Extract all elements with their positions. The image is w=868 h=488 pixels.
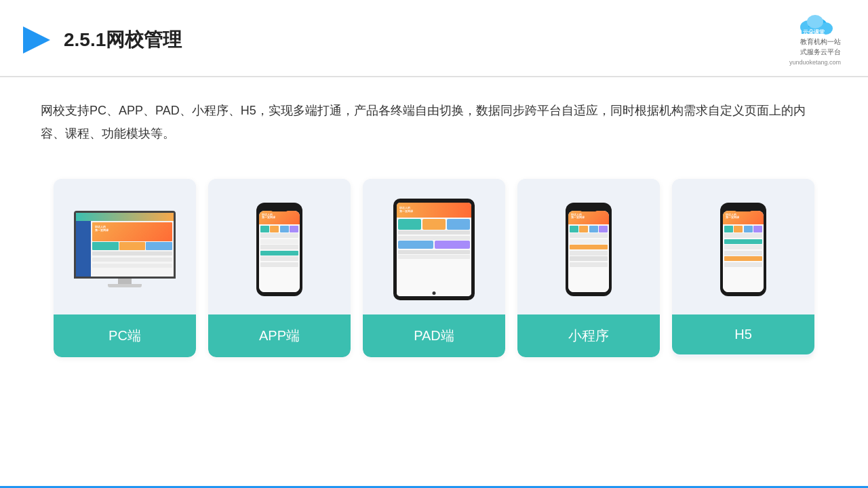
card-pad-label: PAD端 xyxy=(363,314,505,357)
card-h5-image: 职达人的第一堂网课 xyxy=(672,179,814,314)
card-app-label: APP端 xyxy=(208,314,351,357)
description: 网校支持PC、APP、PAD、小程序、H5，实现多端打通，产品各终端自由切换，数… xyxy=(0,77,868,159)
card-pad-image: 职达人的第一堂网课 xyxy=(363,179,505,314)
logo-url: yunduoketang.com xyxy=(789,59,841,66)
play-icon xyxy=(20,24,53,56)
cards-container: 职达人的第一堂网课 xyxy=(0,165,868,371)
card-app-image: 职达人的第一堂网课 xyxy=(208,179,351,314)
logo-icon: 云朵课堂 xyxy=(795,12,835,37)
pad-mockup: 职达人的第一堂网课 xyxy=(393,199,475,300)
card-h5-label: H5 xyxy=(672,314,814,354)
app-mockup: 职达人的第一堂网课 xyxy=(256,203,302,296)
card-pc-label: PC端 xyxy=(54,314,196,357)
logo-area: 云朵课堂 教育机构一站 式服务云平台 yunduoketang.com xyxy=(789,12,841,68)
card-pad: 职达人的第一堂网课 xyxy=(363,179,505,357)
card-app: 职达人的第一堂网课 xyxy=(208,179,351,357)
card-pc: 职达人的第一堂网课 xyxy=(54,179,196,357)
page-title: 2.5.1网校管理 xyxy=(64,27,182,53)
card-h5: 职达人的第一堂网课 xyxy=(672,179,814,357)
logo-subtitle: 教育机构一站 式服务云平台 yunduoketang.com xyxy=(789,37,841,68)
description-text: 网校支持PC、APP、PAD、小程序、H5，实现多端打通，产品各终端自由切换，数… xyxy=(41,99,827,145)
svg-point-5 xyxy=(807,15,823,28)
header-left: 2.5.1网校管理 xyxy=(20,24,182,56)
svg-text:云朵课堂: 云朵课堂 xyxy=(803,29,825,35)
card-miniprogram: 职达人的第一堂网课 xyxy=(517,179,660,357)
header: 2.5.1网校管理 云朵课堂 教育机构一站 式服务云平台 yunduoketan… xyxy=(0,0,868,77)
svg-marker-0 xyxy=(23,26,50,54)
h5-mockup: 职达人的第一堂网课 xyxy=(720,203,766,296)
miniprogram-mockup: 职达人的第一堂网课 xyxy=(566,203,612,296)
card-miniprogram-label: 小程序 xyxy=(517,314,660,357)
card-miniprogram-image: 职达人的第一堂网课 xyxy=(517,179,660,314)
card-pc-image: 职达人的第一堂网课 xyxy=(54,179,196,314)
pc-mockup: 职达人的第一堂网课 xyxy=(74,211,176,287)
